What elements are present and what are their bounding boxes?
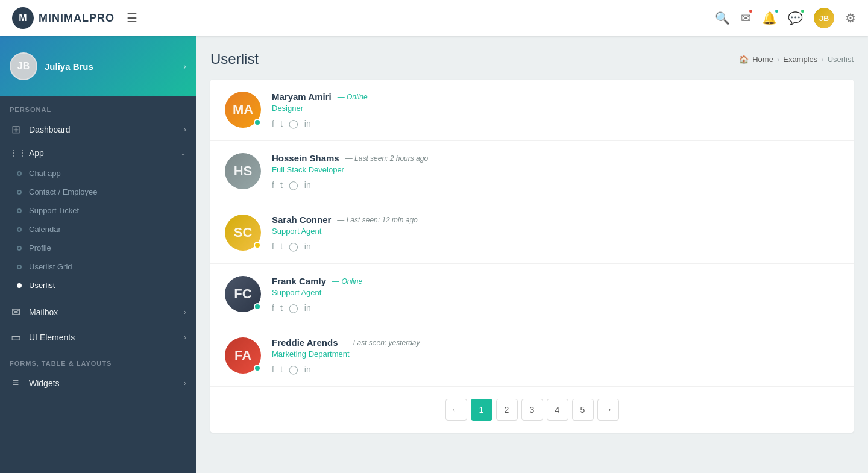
twitter-icon-2[interactable]: t — [280, 180, 283, 190]
breadcrumb: 🏠 Home › Examples › Userlist — [739, 55, 854, 64]
user-fullname-4: Frank Camly — [272, 276, 326, 286]
contact-employee-dot — [17, 190, 22, 195]
github-icon-5[interactable]: ◯ — [289, 365, 298, 374]
social-icons-2: f t ◯ in — [272, 180, 839, 190]
user-avatar-wrapper-5: FA — [225, 337, 261, 374]
sidebar-item-label-userlist: Userlist — [29, 281, 55, 290]
notifications-button[interactable]: ✉ — [741, 11, 751, 25]
pagination-page-4[interactable]: 4 — [547, 399, 568, 421]
sidebar-item-label-userlist-grid: Userlist Grid — [29, 262, 72, 271]
user-status-3: — Last seen: 12 min ago — [337, 216, 417, 224]
linkedin-icon-3[interactable]: in — [304, 242, 311, 251]
home-icon: 🏠 — [739, 55, 749, 64]
user-role-4: Support Agent — [272, 288, 839, 297]
facebook-icon-4[interactable]: f — [272, 303, 274, 313]
facebook-icon-2[interactable]: f — [272, 180, 274, 190]
user-row-avatar-2: HS — [225, 153, 261, 189]
pagination-next[interactable]: → — [597, 399, 619, 421]
table-row: HS Hossein Shams — Last seen: 2 hours ag… — [210, 141, 854, 202]
pagination-page-5[interactable]: 5 — [572, 399, 594, 421]
sidebar-item-mailbox[interactable]: ✉ Mailbox › — [0, 299, 196, 325]
user-status-4: — Online — [332, 277, 362, 286]
table-row: MA Maryam Amiri — Online Designer f t ◯ … — [210, 80, 854, 141]
dashboard-icon: ⊞ — [10, 123, 22, 136]
linkedin-icon-4[interactable]: in — [304, 303, 311, 313]
sidebar-item-userlist-grid[interactable]: Userlist Grid — [0, 257, 196, 276]
pagination-page-1[interactable]: 1 — [471, 399, 492, 421]
pagination: ← 1 2 3 4 5 → — [210, 387, 854, 433]
user-avatar-header[interactable]: JB — [814, 8, 834, 28]
logo-icon: M — [12, 7, 34, 29]
sidebar-item-userlist[interactable]: Userlist — [0, 276, 196, 295]
user-fullname-3: Sarah Conner — [272, 215, 331, 225]
sidebar-item-label-mailbox: Mailbox — [29, 307, 177, 317]
header-left: M MINIMALPRO ☰ — [12, 7, 137, 29]
github-icon-3[interactable]: ◯ — [289, 242, 298, 251]
linkedin-icon-5[interactable]: in — [304, 365, 311, 374]
breadcrumb-current: Userlist — [828, 55, 854, 64]
settings-button[interactable]: ⚙ — [845, 11, 856, 25]
twitter-icon-1[interactable]: t — [280, 119, 283, 128]
user-profile-section[interactable]: JB Juliya Brus › — [0, 36, 196, 96]
user-role-2: Full Stack Developer — [272, 165, 839, 174]
table-row: FC Frank Camly — Online Support Agent f … — [210, 264, 854, 325]
user-avatar-wrapper-1: MA — [225, 92, 261, 128]
user-role-5: Marketing Department — [272, 349, 839, 359]
sidebar-item-ui-elements[interactable]: ▭ UI Elements › — [0, 325, 196, 350]
sidebar-item-support-ticket[interactable]: Support Ticket — [0, 201, 196, 220]
ui-elements-chevron: › — [184, 333, 186, 342]
github-icon-4[interactable]: ◯ — [289, 303, 298, 313]
sidebar-item-label-ui-elements: UI Elements — [29, 333, 177, 342]
user-info-4: Frank Camly — Online Support Agent f t ◯… — [272, 276, 839, 313]
widgets-chevron: › — [184, 379, 186, 387]
app-icon: ⋮⋮ — [10, 148, 22, 158]
calendar-dot — [17, 227, 22, 232]
github-icon-2[interactable]: ◯ — [289, 180, 298, 190]
user-role-3: Support Agent — [272, 227, 839, 236]
linkedin-icon-1[interactable]: in — [304, 119, 311, 128]
sidebar-item-chat-app[interactable]: Chat app — [0, 164, 196, 183]
section-label-forms: FORMS, TABLE & LAYOUTS — [0, 350, 196, 371]
sidebar-user-name: Juliya Brus — [45, 61, 176, 72]
breadcrumb-home: Home — [752, 55, 773, 64]
sidebar-item-contact-employee[interactable]: Contact / Employee — [0, 183, 196, 201]
dashboard-chevron: › — [184, 125, 186, 134]
user-status-1: — Online — [338, 93, 368, 101]
facebook-icon-3[interactable]: f — [272, 242, 274, 251]
sidebar-item-label-contact-employee: Contact / Employee — [29, 187, 97, 196]
search-icon: 🔍 — [715, 11, 730, 25]
sidebar-item-dashboard[interactable]: ⊞ Dashboard › — [0, 117, 196, 142]
status-dot-1 — [254, 119, 261, 126]
page-header: Userlist 🏠 Home › Examples › Userlist — [210, 51, 854, 67]
messages-button[interactable]: 💬 — [788, 11, 803, 25]
user-fullname-5: Freddie Arends — [272, 337, 338, 348]
pagination-prev[interactable]: ← — [445, 399, 467, 421]
sidebar-item-calendar[interactable]: Calendar — [0, 220, 196, 239]
mailbox-icon: ✉ — [10, 305, 22, 319]
gear-icon: ⚙ — [845, 11, 856, 25]
main-content: Userlist 🏠 Home › Examples › Userlist MA — [196, 36, 868, 473]
search-button[interactable]: 🔍 — [715, 11, 730, 25]
sidebar-user-chevron: › — [183, 61, 186, 71]
user-status-5: — Last seen: yesterday — [344, 339, 420, 347]
app-chevron: ⌄ — [180, 149, 186, 157]
hamburger-button[interactable]: ☰ — [127, 11, 137, 25]
twitter-icon-5[interactable]: t — [280, 365, 283, 374]
twitter-icon-3[interactable]: t — [280, 242, 283, 251]
twitter-icon-4[interactable]: t — [280, 303, 283, 313]
alerts-button[interactable]: 🔔 — [762, 11, 777, 25]
facebook-icon-5[interactable]: f — [272, 365, 274, 374]
social-icons-3: f t ◯ in — [272, 242, 839, 251]
user-avatar-wrapper-2: HS — [225, 153, 261, 189]
social-icons-5: f t ◯ in — [272, 365, 839, 374]
user-fullname-1: Maryam Amiri — [272, 92, 332, 102]
sidebar-item-widgets[interactable]: ≡ Widgets › — [0, 371, 196, 395]
pagination-page-3[interactable]: 3 — [521, 399, 543, 421]
pagination-page-2[interactable]: 2 — [496, 399, 518, 421]
sidebar-item-profile[interactable]: Profile — [0, 239, 196, 257]
github-icon-1[interactable]: ◯ — [289, 119, 298, 128]
linkedin-icon-2[interactable]: in — [304, 180, 311, 190]
sidebar-item-app[interactable]: ⋮⋮ App ⌄ — [0, 142, 196, 164]
support-ticket-dot — [17, 208, 22, 213]
facebook-icon-1[interactable]: f — [272, 119, 274, 128]
